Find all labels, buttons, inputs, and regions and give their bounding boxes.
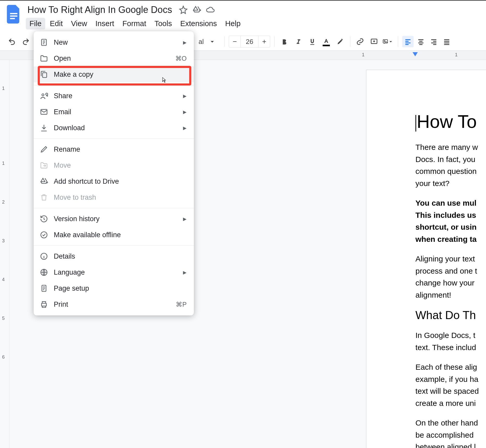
vertical-ruler[interactable]: 1 1 2 3 4 5 6 xyxy=(0,60,9,448)
menu-item-label: New xyxy=(54,38,177,47)
menu-item-make-available-offline[interactable]: Make available offline xyxy=(34,227,194,243)
italic-button[interactable] xyxy=(293,36,304,47)
menu-item-label: Make available offline xyxy=(54,231,187,239)
font-size-decrease[interactable]: − xyxy=(229,36,240,47)
history-icon xyxy=(40,215,48,223)
submenu-arrow-icon: ▸ xyxy=(183,124,187,132)
menu-item-label: Page setup xyxy=(54,284,187,292)
font-size-increase[interactable]: + xyxy=(259,36,270,47)
menu-item-page-setup[interactable]: Page setup xyxy=(34,280,194,296)
menu-separator xyxy=(34,208,194,208)
submenu-arrow-icon: ▸ xyxy=(183,215,187,223)
align-left-button[interactable] xyxy=(402,36,414,47)
menu-item-move: Move xyxy=(34,157,194,173)
file-menu-dropdown: New ▸ Open ⌘O Make a copy Share ▸ Email … xyxy=(34,31,194,315)
redo-button[interactable] xyxy=(20,36,32,47)
menu-item-share[interactable]: Share ▸ xyxy=(34,88,194,104)
share-icon xyxy=(40,92,48,100)
menu-edit[interactable]: Edit xyxy=(46,18,66,29)
menu-insert[interactable]: Insert xyxy=(92,18,118,29)
menu-item-email[interactable]: Email ▸ xyxy=(34,104,194,120)
menu-format[interactable]: Format xyxy=(119,18,150,29)
align-justify-button[interactable] xyxy=(441,36,452,47)
menu-view[interactable]: View xyxy=(67,18,91,29)
doc-paragraph: On the other hand be accomplished betwee… xyxy=(415,417,486,448)
cloud-status-icon[interactable] xyxy=(206,5,215,14)
docs-logo-icon[interactable] xyxy=(6,4,21,25)
doc-paragraph: There are many w Docs. In fact, you comm… xyxy=(415,141,486,189)
menu-separator xyxy=(34,245,194,246)
align-group xyxy=(402,36,452,47)
offline-icon xyxy=(40,231,48,239)
menu-separator xyxy=(34,85,194,85)
menu-item-print[interactable]: Print ⌘P xyxy=(34,296,194,312)
ruler-tick-label: 1 xyxy=(455,52,458,58)
menu-tools[interactable]: Tools xyxy=(151,18,176,29)
menu-item-label: Open xyxy=(54,55,170,63)
menu-item-download[interactable]: Download ▸ xyxy=(34,120,194,136)
font-family-label: al xyxy=(199,38,204,46)
copy-icon xyxy=(40,70,48,79)
svg-point-10 xyxy=(41,232,47,238)
menu-item-label: Move xyxy=(54,161,187,169)
download-icon xyxy=(40,124,48,132)
menu-item-label: Download xyxy=(54,124,177,132)
doc-paragraph: You can use mul This includes us shortcu… xyxy=(415,197,486,245)
move-icon xyxy=(40,161,48,169)
doc-icon xyxy=(40,38,48,47)
font-size-group: − 26 + xyxy=(229,36,270,48)
insert-image-button[interactable] xyxy=(382,36,394,47)
add-comment-button[interactable] xyxy=(368,36,380,47)
menu-item-new[interactable]: New ▸ xyxy=(34,34,194,50)
svg-rect-1 xyxy=(10,16,18,17)
doc-subheading: What Do Th xyxy=(415,309,486,322)
separator xyxy=(224,36,225,47)
star-icon[interactable] xyxy=(179,5,188,14)
menu-item-add-shortcut-to-drive[interactable]: Add shortcut to Drive xyxy=(34,173,194,189)
document-title[interactable]: How To Right Align In Google Docs xyxy=(26,4,174,16)
move-to-drive-icon[interactable] xyxy=(192,5,201,14)
menu-extensions[interactable]: Extensions xyxy=(177,18,221,29)
doc-heading: How To xyxy=(415,111,486,132)
svg-rect-7 xyxy=(43,73,47,78)
svg-point-8 xyxy=(42,94,44,96)
highlight-button[interactable] xyxy=(335,36,346,47)
text-color-button[interactable] xyxy=(321,36,332,47)
menu-item-label: Add shortcut to Drive xyxy=(54,177,187,186)
underline-button[interactable] xyxy=(307,36,318,47)
font-size-value[interactable]: 26 xyxy=(240,36,259,47)
globe-icon xyxy=(40,268,48,276)
menu-item-move-to-trash: Move to trash xyxy=(34,189,194,205)
menu-item-language[interactable]: Language ▸ xyxy=(34,264,194,280)
insert-link-button[interactable] xyxy=(354,36,366,47)
align-right-button[interactable] xyxy=(428,36,439,47)
menu-item-open[interactable]: Open ⌘O xyxy=(34,50,194,66)
separator xyxy=(274,36,275,47)
rename-icon xyxy=(40,145,48,153)
menu-item-label: Print xyxy=(54,300,170,308)
align-center-button[interactable] xyxy=(415,36,427,47)
submenu-arrow-icon: ▸ xyxy=(183,268,187,276)
bold-button[interactable] xyxy=(279,36,290,47)
menu-item-rename[interactable]: Rename xyxy=(34,141,194,157)
menu-item-details[interactable]: Details xyxy=(34,248,194,264)
font-family-select[interactable]: al xyxy=(194,36,220,48)
menu-help[interactable]: Help xyxy=(222,18,244,29)
chevron-down-icon xyxy=(208,38,216,45)
ruler-tick-label: 1 xyxy=(362,52,364,58)
menu-file[interactable]: File xyxy=(26,18,45,29)
document-page[interactable]: How To There are many w Docs. In fact, y… xyxy=(366,70,486,448)
folder-icon xyxy=(40,54,48,63)
separator xyxy=(350,36,350,47)
menu-item-version-history[interactable]: Version history ▸ xyxy=(34,211,194,227)
submenu-arrow-icon: ▸ xyxy=(183,108,187,116)
svg-point-5 xyxy=(384,41,385,42)
undo-button[interactable] xyxy=(6,36,18,47)
trash-icon xyxy=(40,193,48,202)
ruler-tick-label: 4 xyxy=(2,277,5,282)
indent-marker-icon[interactable] xyxy=(412,52,418,59)
svg-rect-0 xyxy=(10,13,18,14)
ruler-tick-label: 6 xyxy=(2,354,5,360)
menu-item-make-a-copy[interactable]: Make a copy xyxy=(34,66,194,82)
svg-rect-2 xyxy=(10,18,15,19)
